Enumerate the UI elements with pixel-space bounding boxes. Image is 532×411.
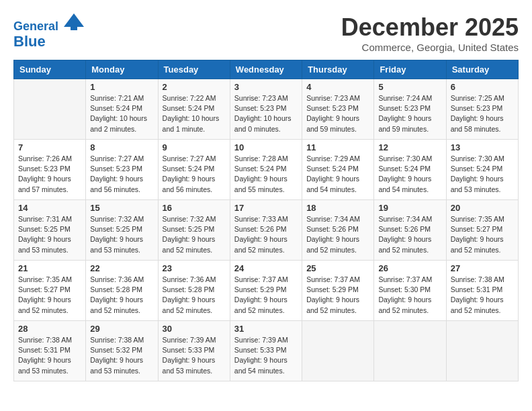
week-row-4: 21Sunrise: 7:35 AM Sunset: 5:27 PM Dayli… <box>14 261 519 321</box>
day-cell: 31Sunrise: 7:39 AM Sunset: 5:33 PM Dayli… <box>230 321 302 381</box>
day-number: 23 <box>163 263 226 273</box>
day-info: Sunrise: 7:38 AM Sunset: 5:31 PM Dayligh… <box>18 335 81 376</box>
day-number: 3 <box>234 82 298 92</box>
day-number: 1 <box>90 82 153 92</box>
header-cell-thursday: Thursday <box>302 60 374 79</box>
day-number: 21 <box>18 263 81 273</box>
day-number: 25 <box>306 263 369 273</box>
day-info: Sunrise: 7:34 AM Sunset: 5:26 PM Dayligh… <box>306 214 369 255</box>
day-info: Sunrise: 7:23 AM Sunset: 5:23 PM Dayligh… <box>306 93 369 134</box>
day-info: Sunrise: 7:27 AM Sunset: 5:24 PM Dayligh… <box>163 154 226 195</box>
day-info: Sunrise: 7:38 AM Sunset: 5:31 PM Dayligh… <box>451 275 514 316</box>
svg-marker-0 <box>64 13 84 30</box>
day-info: Sunrise: 7:35 AM Sunset: 5:27 PM Dayligh… <box>451 214 514 255</box>
day-number: 30 <box>163 324 226 334</box>
logo-icon <box>64 13 84 30</box>
day-info: Sunrise: 7:39 AM Sunset: 5:33 PM Dayligh… <box>163 335 226 376</box>
logo-text-general: General <box>13 19 58 33</box>
day-info: Sunrise: 7:39 AM Sunset: 5:33 PM Dayligh… <box>234 335 298 376</box>
week-row-5: 28Sunrise: 7:38 AM Sunset: 5:31 PM Dayli… <box>14 321 519 381</box>
day-info: Sunrise: 7:32 AM Sunset: 5:25 PM Dayligh… <box>90 214 153 255</box>
calendar-header: SundayMondayTuesdayWednesdayThursdayFrid… <box>14 60 519 79</box>
day-cell: 19Sunrise: 7:34 AM Sunset: 5:26 PM Dayli… <box>374 200 446 261</box>
day-cell: 20Sunrise: 7:35 AM Sunset: 5:27 PM Dayli… <box>446 200 518 261</box>
day-cell <box>302 321 374 381</box>
day-info: Sunrise: 7:33 AM Sunset: 5:26 PM Dayligh… <box>234 214 298 255</box>
day-number: 15 <box>90 203 153 213</box>
header-cell-wednesday: Wednesday <box>230 60 302 79</box>
day-cell: 29Sunrise: 7:38 AM Sunset: 5:32 PM Dayli… <box>86 321 158 381</box>
day-number: 18 <box>306 203 369 213</box>
day-info: Sunrise: 7:34 AM Sunset: 5:26 PM Dayligh… <box>378 214 441 255</box>
day-cell: 14Sunrise: 7:31 AM Sunset: 5:25 PM Dayli… <box>14 200 86 261</box>
day-cell: 11Sunrise: 7:29 AM Sunset: 5:24 PM Dayli… <box>302 140 374 200</box>
day-cell: 9Sunrise: 7:27 AM Sunset: 5:24 PM Daylig… <box>158 140 230 200</box>
day-number: 9 <box>163 142 226 152</box>
day-cell: 15Sunrise: 7:32 AM Sunset: 5:25 PM Dayli… <box>86 200 158 261</box>
day-info: Sunrise: 7:30 AM Sunset: 5:24 PM Dayligh… <box>451 154 514 195</box>
day-info: Sunrise: 7:25 AM Sunset: 5:23 PM Dayligh… <box>451 93 514 134</box>
day-number: 14 <box>18 203 81 213</box>
day-number: 8 <box>90 142 153 152</box>
day-cell: 30Sunrise: 7:39 AM Sunset: 5:33 PM Dayli… <box>158 321 230 381</box>
day-cell: 7Sunrise: 7:26 AM Sunset: 5:23 PM Daylig… <box>14 140 86 200</box>
day-cell: 10Sunrise: 7:28 AM Sunset: 5:24 PM Dayli… <box>230 140 302 200</box>
day-cell: 1Sunrise: 7:21 AM Sunset: 5:24 PM Daylig… <box>86 79 158 140</box>
calendar-body: 1Sunrise: 7:21 AM Sunset: 5:24 PM Daylig… <box>14 79 519 381</box>
day-number: 26 <box>378 263 441 273</box>
day-number: 16 <box>163 203 226 213</box>
day-number: 5 <box>378 82 441 92</box>
day-info: Sunrise: 7:36 AM Sunset: 5:28 PM Dayligh… <box>163 275 226 316</box>
day-cell: 22Sunrise: 7:36 AM Sunset: 5:28 PM Dayli… <box>86 261 158 321</box>
day-cell: 25Sunrise: 7:37 AM Sunset: 5:29 PM Dayli… <box>302 261 374 321</box>
header-row: SundayMondayTuesdayWednesdayThursdayFrid… <box>14 60 519 79</box>
day-info: Sunrise: 7:30 AM Sunset: 5:24 PM Dayligh… <box>378 154 441 195</box>
week-row-1: 1Sunrise: 7:21 AM Sunset: 5:24 PM Daylig… <box>14 79 519 140</box>
day-info: Sunrise: 7:24 AM Sunset: 5:23 PM Dayligh… <box>378 93 441 134</box>
day-info: Sunrise: 7:35 AM Sunset: 5:27 PM Dayligh… <box>18 275 81 316</box>
day-cell: 6Sunrise: 7:25 AM Sunset: 5:23 PM Daylig… <box>446 79 518 140</box>
day-cell: 27Sunrise: 7:38 AM Sunset: 5:31 PM Dayli… <box>446 261 518 321</box>
day-cell <box>446 321 518 381</box>
location: Commerce, Georgia, United States <box>341 42 519 53</box>
day-number: 19 <box>378 203 441 213</box>
day-number: 13 <box>451 142 514 152</box>
day-cell <box>374 321 446 381</box>
day-number: 11 <box>306 142 369 152</box>
day-number: 22 <box>90 263 153 273</box>
day-cell: 17Sunrise: 7:33 AM Sunset: 5:26 PM Dayli… <box>230 200 302 261</box>
logo: General Blue <box>13 13 84 50</box>
day-number: 7 <box>18 142 81 152</box>
week-row-2: 7Sunrise: 7:26 AM Sunset: 5:23 PM Daylig… <box>14 140 519 200</box>
day-cell: 2Sunrise: 7:22 AM Sunset: 5:24 PM Daylig… <box>158 79 230 140</box>
day-number: 29 <box>90 324 153 334</box>
header-cell-friday: Friday <box>374 60 446 79</box>
day-cell: 5Sunrise: 7:24 AM Sunset: 5:23 PM Daylig… <box>374 79 446 140</box>
day-number: 4 <box>306 82 369 92</box>
day-number: 6 <box>451 82 514 92</box>
header-cell-saturday: Saturday <box>446 60 518 79</box>
week-row-3: 14Sunrise: 7:31 AM Sunset: 5:25 PM Dayli… <box>14 200 519 261</box>
day-cell: 26Sunrise: 7:37 AM Sunset: 5:30 PM Dayli… <box>374 261 446 321</box>
day-info: Sunrise: 7:38 AM Sunset: 5:32 PM Dayligh… <box>90 335 153 376</box>
day-number: 10 <box>234 142 298 152</box>
day-info: Sunrise: 7:21 AM Sunset: 5:24 PM Dayligh… <box>90 93 153 134</box>
day-number: 20 <box>451 203 514 213</box>
day-number: 28 <box>18 324 81 334</box>
day-info: Sunrise: 7:36 AM Sunset: 5:28 PM Dayligh… <box>90 275 153 316</box>
day-info: Sunrise: 7:26 AM Sunset: 5:23 PM Dayligh… <box>18 154 81 195</box>
day-number: 27 <box>451 263 514 273</box>
day-info: Sunrise: 7:28 AM Sunset: 5:24 PM Dayligh… <box>234 154 298 195</box>
day-cell: 18Sunrise: 7:34 AM Sunset: 5:26 PM Dayli… <box>302 200 374 261</box>
day-cell: 23Sunrise: 7:36 AM Sunset: 5:28 PM Dayli… <box>158 261 230 321</box>
day-number: 24 <box>234 263 298 273</box>
day-info: Sunrise: 7:37 AM Sunset: 5:29 PM Dayligh… <box>306 275 369 316</box>
month-title: December 2025 <box>341 13 519 42</box>
day-info: Sunrise: 7:23 AM Sunset: 5:23 PM Dayligh… <box>234 93 298 134</box>
day-cell: 13Sunrise: 7:30 AM Sunset: 5:24 PM Dayli… <box>446 140 518 200</box>
title-block: December 2025 Commerce, Georgia, United … <box>341 13 519 53</box>
day-cell: 8Sunrise: 7:27 AM Sunset: 5:23 PM Daylig… <box>86 140 158 200</box>
day-cell: 16Sunrise: 7:32 AM Sunset: 5:25 PM Dayli… <box>158 200 230 261</box>
logo-text-blue: Blue <box>13 33 46 50</box>
day-number: 2 <box>163 82 226 92</box>
